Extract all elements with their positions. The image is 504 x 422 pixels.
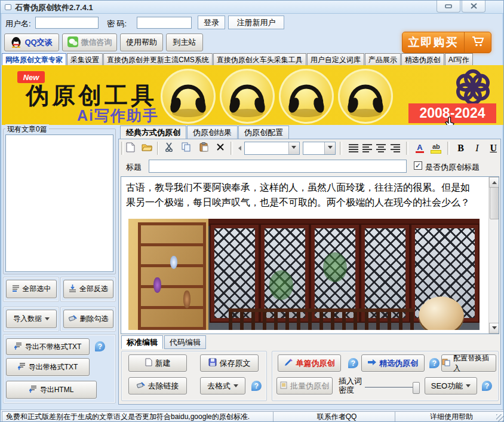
nav-tab-cms-update[interactable]: 直接伪原创并更新主流CMS系统 [103,53,213,66]
align-center-button[interactable] [374,140,388,156]
remove-format-button[interactable]: 去格式 [200,377,245,395]
password-input[interactable] [137,17,192,29]
image-vase [153,277,161,293]
app-icon[interactable] [5,4,11,10]
scrollbar-thumb[interactable] [490,187,499,219]
open-folder-button[interactable] [140,140,153,156]
help-bubble-icon[interactable]: ? [482,381,492,391]
minimize-button[interactable] [437,1,460,13]
new-doc-button[interactable] [124,140,137,156]
tab-code-edit[interactable]: 代码编辑 [164,335,206,349]
open-folder-icon [142,143,152,154]
qq-chat-button[interactable]: QQ交谈 [4,33,59,51]
nav-tab-collect-settings[interactable]: 采集设置 [67,53,103,66]
font-family-select[interactable] [244,142,300,155]
dropdown-arrow-icon [45,317,50,323]
promo-banner[interactable]: New 伪原创工具 Ai写作助手 2008-2024 [2,65,503,125]
underline-button[interactable]: U [487,140,500,156]
batch-doc-icon [280,381,287,391]
slider-handle[interactable] [413,382,420,394]
combo-scroll-left-icon[interactable] [236,146,241,151]
image-lattice-panel [311,225,359,322]
main-site-button[interactable]: 到主站 [166,33,203,51]
nav-tab-locomotive-tool[interactable]: 直接伪原创火车头采集工具 [213,53,306,66]
save-icon [208,358,217,368]
remove-links-button[interactable]: 去除链接 [128,377,187,395]
cart-icon [471,35,484,50]
help-bubble-icon[interactable]: ? [251,381,262,391]
register-button[interactable]: 注册新用户 [228,16,284,29]
font-color-button[interactable]: A [413,140,426,156]
tab-result[interactable]: 伪原创结果 [187,126,238,140]
title-input[interactable] [149,160,407,173]
align-justify-button[interactable] [346,140,360,156]
scroll-down-icon [492,326,497,332]
nav-tab-original-expert[interactable]: 网络原创文章专家 [2,53,66,66]
density-slider[interactable] [365,384,420,390]
export-plain-txt-button[interactable]: 导出不带格式TXT [6,338,90,355]
config-replace-label: 配置替换插入 [453,353,496,374]
help-button[interactable]: 使用帮助 [120,33,163,51]
editor-area[interactable]: 古语，教导我们不要阿谀奉承，这样的人，虽然八面玲珑，往往活的很累。但是如果另一个… [121,176,499,334]
select-all-button[interactable]: 全部选中 [6,280,57,298]
nav-tab-featured[interactable]: 精选伪原创 [401,53,444,66]
close-button[interactable] [462,1,485,13]
select-all-label: 全部选中 [23,284,51,294]
detailed-help-button[interactable]: 详细使用帮助 [395,411,504,422]
align-right-button[interactable] [388,140,402,156]
featured-pseudo-button[interactable]: 精选伪原创 [361,354,425,372]
import-data-button[interactable]: 导入数据 [6,310,57,328]
question-glyph: ? [98,343,102,351]
delete-checked-button[interactable]: 删除勾选 [63,310,113,328]
image-lattice-panel [211,225,259,322]
help-bubble-icon[interactable]: ? [429,358,440,368]
paste-button[interactable] [197,140,211,156]
invert-select-label: 全部反选 [79,284,108,294]
copy-button[interactable] [180,140,193,156]
config-replace-button[interactable]: 配置替换插入 [441,354,496,372]
status-message: 免费和正式版差别在于生成的文章语义是否更加符合baidu,google的原创标准… [2,411,279,422]
italic-button[interactable]: I [470,140,484,156]
highlight-button[interactable]: ab [429,140,443,156]
buy-now-label: 立即购买 [402,32,464,53]
export-formatted-txt-button[interactable]: 导出带格式TXT [6,358,90,376]
nav-tab-custom-dict[interactable]: 用户自定义词库 [307,53,364,66]
scroll-up-button[interactable] [489,177,499,188]
new-article-button[interactable]: 新建 [128,354,187,372]
login-button[interactable]: 登录 [198,16,225,29]
export-html-button[interactable]: 导出HTML [6,381,97,399]
help-bubble-icon[interactable]: ? [95,341,105,351]
save-original-button[interactable]: 保存原文 [200,354,259,372]
articles-listbox[interactable] [5,134,113,272]
align-left-button[interactable] [360,140,374,156]
export-icon [29,385,37,395]
font-size-select[interactable] [303,142,336,155]
tab-config[interactable]: 伪原创配置 [238,126,289,140]
wechat-button[interactable]: 微信咨询 [62,33,117,51]
delete-button[interactable] [214,140,228,156]
nav-tab-products[interactable]: 产品展示 [365,53,401,66]
bold-button[interactable]: B [454,140,468,156]
help-bubble-icon[interactable]: ? [348,358,358,368]
batch-pseudo-button[interactable]: 批量伪原创 [276,377,333,395]
editor-scrollbar[interactable] [488,177,499,334]
contact-author-button[interactable]: 联系作者QQ [273,411,401,422]
slider-track [365,387,420,389]
seo-features-button[interactable]: SEO功能 [425,377,477,395]
cut-button[interactable] [162,140,176,156]
invert-select-button[interactable]: 全部反选 [63,280,113,298]
question-glyph: ? [432,359,437,368]
headphones-icon [161,69,216,124]
buy-now-button[interactable]: 立即购买 [402,32,491,53]
density-label-line1: 插入词 [339,377,362,386]
single-pseudo-button[interactable]: 单篇伪原创 [278,354,341,372]
scroll-down-button[interactable] [489,323,499,334]
nav-tab-ai-writing[interactable]: AI写作 [445,53,473,66]
tab-classic-mode[interactable]: 经典方式伪原创 [120,126,186,140]
username-input[interactable] [35,17,99,29]
status-bar: 免费和正式版差别在于生成的文章语义是否更加符合baidu,google的原创标准… [1,409,504,422]
resize-grip[interactable] [496,414,503,421]
tab-standard-edit[interactable]: 标准编辑 [121,335,163,349]
image-shelf [138,222,206,330]
pseudo-title-checkbox[interactable]: ✓ [414,161,422,170]
